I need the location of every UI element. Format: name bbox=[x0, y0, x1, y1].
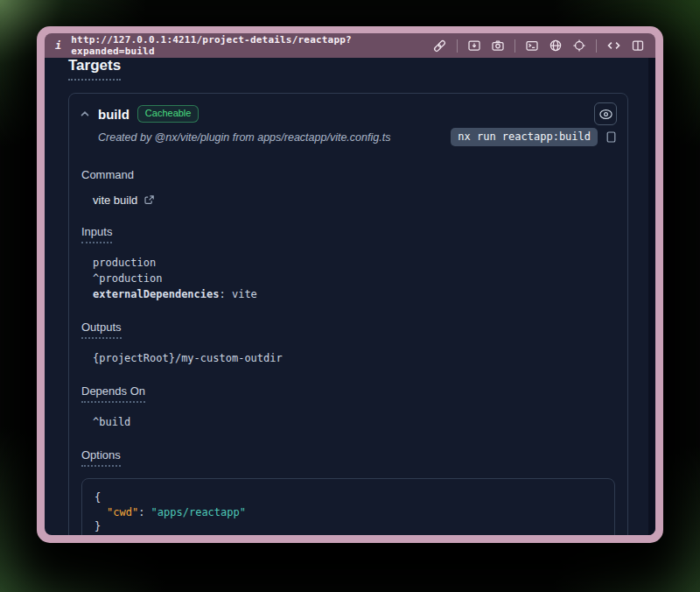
inputs-section: Inputs production ^production externalDe… bbox=[69, 223, 627, 302]
scroll-area: Targets build Cacheable bbox=[45, 58, 648, 535]
input-item: externalDependencies: vite bbox=[93, 286, 615, 302]
inputs-label: Inputs bbox=[81, 225, 112, 243]
page-title: Targets bbox=[68, 58, 121, 81]
options-label: Options bbox=[81, 448, 121, 467]
outputs-label: Outputs bbox=[81, 321, 122, 339]
input-item: ^production bbox=[93, 271, 615, 286]
cacheable-badge: Cacheable bbox=[137, 105, 200, 123]
options-json-block: { "cwd": "apps/reactapp" } bbox=[81, 478, 615, 535]
created-by-text: Created by @nx/vite/plugin from apps/rea… bbox=[98, 131, 390, 144]
external-link-icon[interactable] bbox=[144, 194, 155, 206]
code-icon[interactable] bbox=[606, 39, 621, 53]
panel-icon[interactable] bbox=[631, 39, 645, 53]
toolbar-actions bbox=[432, 39, 645, 53]
json-line: "cwd": "apps/reactapp" bbox=[94, 505, 602, 520]
browser-window: i http://127.0.0.1:4211/project-details/… bbox=[37, 26, 663, 543]
depends-on-item: ^build bbox=[93, 414, 615, 430]
crosshair-icon[interactable] bbox=[572, 39, 586, 53]
page-content: Targets build Cacheable bbox=[45, 58, 655, 535]
info-icon: i bbox=[55, 39, 61, 52]
run-command-chip: nx run reactapp:build bbox=[451, 128, 598, 146]
target-card-build: build Cacheable Created by @nx/vite/plug… bbox=[68, 93, 628, 535]
toolbar-divider bbox=[457, 39, 458, 53]
options-section: Options { "cwd": "apps/reactapp" } bbox=[69, 447, 627, 535]
copy-icon[interactable] bbox=[606, 130, 617, 144]
output-item: {projectRoot}/my-custom-outdir bbox=[93, 350, 615, 366]
chevron-up-icon[interactable] bbox=[80, 109, 90, 119]
url-bar[interactable]: http://127.0.0.1:4211/project-details/re… bbox=[71, 34, 432, 57]
camera-icon[interactable] bbox=[491, 39, 505, 53]
globe-icon[interactable] bbox=[549, 39, 563, 53]
depends-on-label: Depends On bbox=[81, 384, 145, 403]
command-label: Command bbox=[81, 168, 134, 181]
build-target-header[interactable]: build Cacheable bbox=[69, 94, 627, 125]
command-value: vite build bbox=[93, 194, 137, 207]
link-icon[interactable] bbox=[432, 39, 447, 53]
input-item: production bbox=[93, 255, 615, 271]
screenshot-icon[interactable] bbox=[467, 39, 481, 53]
browser-toolbar: i http://127.0.0.1:4211/project-details/… bbox=[45, 33, 655, 58]
json-line: } bbox=[94, 519, 602, 534]
toolbar-divider bbox=[596, 39, 597, 53]
view-target-button[interactable] bbox=[594, 102, 617, 125]
scrollbar[interactable] bbox=[648, 58, 655, 535]
json-line: { bbox=[94, 490, 602, 505]
command-section: Command vite build bbox=[69, 166, 627, 207]
target-name: build bbox=[98, 107, 130, 122]
toolbar-divider bbox=[514, 39, 515, 53]
terminal-icon[interactable] bbox=[525, 39, 539, 53]
window-inner: i http://127.0.0.1:4211/project-details/… bbox=[45, 33, 655, 535]
depends-on-section: Depends On ^build bbox=[69, 383, 627, 430]
outputs-section: Outputs {projectRoot}/my-custom-outdir bbox=[69, 319, 627, 366]
build-target-subheader: Created by @nx/vite/plugin from apps/rea… bbox=[69, 125, 627, 150]
